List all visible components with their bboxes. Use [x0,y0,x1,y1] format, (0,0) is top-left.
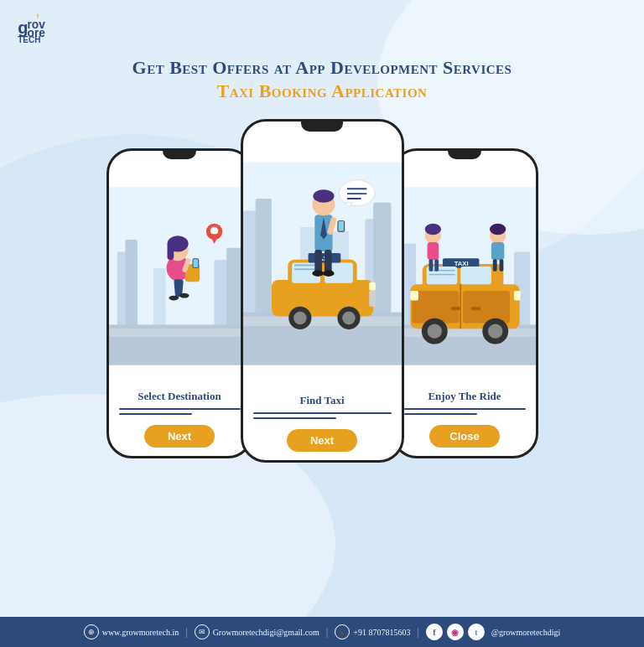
social-icons: f ◉ t [426,624,485,640]
svg-point-92 [488,324,502,338]
footer-phone: 📞 +91 8707815603 [335,624,410,639]
svg-marker-5 [37,13,39,16]
svg-rect-84 [412,291,459,324]
svg-point-96 [424,224,440,236]
line2 [119,413,192,415]
line1 [119,408,241,410]
svg-rect-59 [314,250,322,272]
svg-rect-85 [463,291,510,324]
svg-rect-54 [369,282,376,291]
phone-left-illustration [109,163,251,390]
svg-text:TAXI: TAXI [454,260,468,267]
svg-rect-60 [324,250,331,272]
svg-rect-98 [428,259,433,271]
svg-rect-34 [255,199,271,324]
sub-title: Taxi Booking Application [132,80,512,102]
svg-rect-65 [338,221,344,231]
svg-rect-103 [492,259,496,271]
footer: ⊕ www.growmoretech.in | ✉ Growmoretechdi… [0,617,644,647]
footer-website: ⊕ www.growmoretech.in [84,624,179,639]
phone-right-illustration: TAXI [394,163,536,390]
svg-rect-97 [427,242,439,260]
phone-left-content: Select Destination Next [109,390,251,456]
title-section: Get Best Offers at App Development Servi… [132,57,512,102]
divider1: | [185,626,187,639]
line2 [404,413,477,415]
svg-rect-6 [38,16,39,19]
divider3: | [417,626,418,639]
phone-right-lines [404,408,526,418]
phone-right-label: Enjoy The Ride [428,390,501,403]
svg-rect-102 [491,242,503,260]
main-title: Get Best Offers at App Development Servi… [132,57,512,79]
svg-point-90 [427,324,441,338]
globe-icon: ⊕ [84,624,99,639]
footer-email: ✉ Growmoretechdigi@gmail.com [195,624,319,639]
social-handle: @growmoretechdigi [491,628,561,637]
phone-center-label: Find Taxi [299,394,344,407]
phone-right-close-button[interactable]: Close [429,425,499,448]
phone-icon: 📞 [335,624,350,639]
website-text: www.growmoretech.in [102,628,179,637]
svg-point-61 [312,270,324,277]
svg-point-23 [169,296,179,301]
phone-left-label: Select Destination [138,390,221,403]
svg-point-101 [489,224,505,236]
phone-center-illustration: TAXI [243,133,402,394]
svg-rect-81 [460,267,491,284]
svg-point-50 [293,312,307,325]
phone-text: +91 8707815603 [353,628,410,637]
phone-notch-left [163,151,196,159]
svg-rect-16 [109,329,251,337]
svg-rect-104 [499,259,503,271]
svg-text:g: g [18,18,28,37]
line1 [404,408,526,410]
line2 [253,417,336,419]
svg-point-52 [342,312,356,325]
svg-rect-53 [369,290,376,306]
header: g rov ore TECH [0,0,644,50]
svg-rect-87 [450,307,460,310]
phone-right-content: Enjoy The Ride Close [394,390,536,456]
svg-rect-36 [373,203,391,324]
facebook-icon[interactable]: f [426,624,443,640]
phone-right: TAXI [392,148,538,458]
svg-rect-99 [434,259,439,271]
twitter-icon[interactable]: t [468,624,485,640]
svg-point-24 [179,293,190,298]
svg-text:TECH: TECH [18,35,40,44]
svg-rect-40 [243,317,402,327]
svg-point-62 [322,270,334,277]
line1 [253,412,392,414]
svg-rect-75 [394,329,536,337]
svg-rect-28 [193,259,198,267]
phone-center-lines [253,412,392,422]
phone-center-next-button[interactable]: Next [287,429,357,452]
svg-rect-93 [410,291,418,301]
svg-point-57 [313,189,334,203]
phone-notch-center [301,122,343,132]
phone-left: Select Destination Next [106,148,253,458]
phone-center-content: Find Taxi Next [243,394,402,460]
svg-rect-94 [513,291,520,301]
svg-rect-88 [470,307,480,310]
svg-rect-20 [167,242,174,260]
phones-container: Select Destination Next [106,119,538,463]
phone-center: TAXI [241,119,404,463]
divider2: | [326,626,328,639]
phone-left-next-button[interactable]: Next [144,425,215,448]
svg-point-30 [210,227,218,236]
email-icon: ✉ [195,624,210,639]
email-text: Growmoretechdigi@gmail.com [213,628,319,637]
instagram-icon[interactable]: ◉ [447,624,464,640]
phone-left-lines [119,408,241,418]
phone-notch-right [448,151,481,159]
logo: g rov ore TECH [17,8,59,50]
